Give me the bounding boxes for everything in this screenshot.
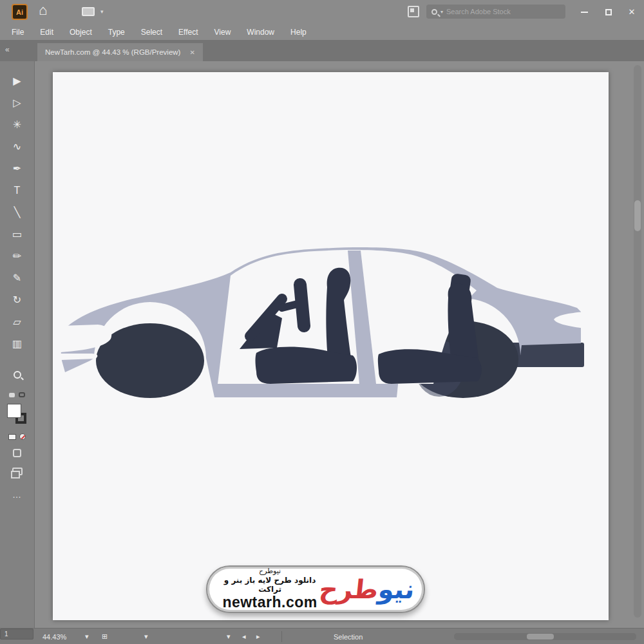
close-window-button[interactable]: ✕ bbox=[622, 0, 641, 24]
type-tool[interactable]: T bbox=[6, 180, 28, 202]
car-steering-hub bbox=[282, 304, 298, 308]
car-illustration bbox=[53, 72, 609, 620]
artboard-navigation-icon[interactable]: ⊞ bbox=[102, 629, 108, 644]
close-tab-icon[interactable]: ✕ bbox=[189, 49, 194, 56]
watermark-title: نیوطرح bbox=[220, 567, 319, 576]
menu-bar: File Edit Object Type Select Effect View… bbox=[0, 24, 644, 40]
magic-wand-tool[interactable]: ✳ bbox=[6, 114, 28, 136]
document-tab-bar: « NewTarh.com @ 44.43 % (RGB/Preview) ✕ bbox=[0, 40, 644, 61]
zoom-tool[interactable] bbox=[6, 366, 28, 383]
artboard-number-field[interactable]: 1 bbox=[0, 629, 33, 639]
newtarh-watermark: نیوطرح دانلود طرح لایه باز بنر و تراکت n… bbox=[206, 565, 425, 613]
car-front-wheel bbox=[96, 323, 204, 398]
arrange-documents-icon[interactable] bbox=[408, 6, 419, 17]
pencil-tool[interactable]: ✎ bbox=[6, 267, 28, 289]
workspace: ▶ ▷ ✳ ∿ ✒ T ╲ ▭ ✏ ✎ ↻ ▱ ▥ … bbox=[0, 61, 644, 628]
watermark-domain: newtarh.com bbox=[220, 594, 319, 611]
workspace-switcher-icon[interactable] bbox=[82, 7, 95, 16]
magnifier-icon bbox=[14, 371, 21, 379]
search-icon bbox=[431, 9, 437, 15]
menu-file[interactable]: File bbox=[12, 28, 24, 37]
line-segment-tool[interactable]: ╲ bbox=[6, 202, 28, 223]
screen-mode-button[interactable] bbox=[12, 468, 23, 475]
watermark-text-block: نیوطرح دانلود طرح لایه باز بنر و تراکت n… bbox=[220, 567, 319, 611]
artboard[interactable] bbox=[53, 72, 609, 620]
gradient-tool[interactable]: ▥ bbox=[6, 333, 28, 355]
title-bar: Ai ⌂ ▾ ▾ ✕ bbox=[0, 0, 644, 24]
artboard-field-caret-icon[interactable]: ▾ bbox=[227, 629, 231, 644]
menu-effect[interactable]: Effect bbox=[178, 28, 198, 37]
none-button[interactable] bbox=[19, 433, 26, 440]
rectangle-tool[interactable]: ▭ bbox=[6, 223, 28, 245]
tab-scroll-chevron-icon[interactable]: « bbox=[5, 45, 10, 54]
document-tab-label: NewTarh.com @ 44.43 % (RGB/Preview) bbox=[45, 48, 180, 56]
menu-view[interactable]: View bbox=[214, 28, 231, 37]
fill-stroke-swatches bbox=[6, 404, 29, 428]
vertical-scrollbar-thumb[interactable] bbox=[634, 200, 641, 231]
menu-select[interactable]: Select bbox=[141, 28, 162, 37]
paintbrush-tool[interactable]: ✏ bbox=[6, 245, 28, 267]
menu-window[interactable]: Window bbox=[247, 28, 274, 37]
selection-tool[interactable]: ▶ bbox=[6, 70, 28, 92]
home-icon[interactable]: ⌂ bbox=[39, 2, 47, 19]
search-caret-icon[interactable]: ▾ bbox=[440, 9, 443, 15]
menu-type[interactable]: Type bbox=[108, 28, 125, 37]
newtarh-logo: نیوطرح bbox=[318, 576, 416, 602]
edit-toolbar-ellipsis[interactable]: … bbox=[12, 489, 22, 500]
previous-artboard-button[interactable]: ◂ bbox=[242, 629, 246, 644]
color-button[interactable] bbox=[8, 434, 16, 440]
horizontal-scrollbar[interactable] bbox=[454, 633, 636, 640]
draw-mode-button[interactable] bbox=[13, 449, 21, 457]
next-artboard-button[interactable]: ▸ bbox=[256, 629, 260, 644]
horizontal-scrollbar-thumb[interactable] bbox=[527, 634, 554, 639]
pen-tool[interactable]: ✒ bbox=[6, 158, 28, 180]
fill-color-swatch[interactable] bbox=[7, 404, 21, 418]
status-indicator: Selection bbox=[334, 629, 363, 644]
scale-tool[interactable]: ▱ bbox=[6, 311, 28, 333]
search-input[interactable] bbox=[446, 8, 543, 15]
menu-edit[interactable]: Edit bbox=[40, 28, 53, 37]
rotate-tool[interactable]: ↻ bbox=[6, 289, 28, 311]
document-tab[interactable]: NewTarh.com @ 44.43 % (RGB/Preview) ✕ bbox=[37, 43, 203, 61]
artboard-navigation-caret-icon[interactable]: ▾ bbox=[144, 629, 148, 644]
maximize-button[interactable] bbox=[599, 0, 618, 24]
lasso-tool[interactable]: ∿ bbox=[6, 136, 28, 158]
direct-selection-tool[interactable]: ▷ bbox=[6, 92, 28, 114]
vertical-scrollbar[interactable] bbox=[634, 65, 641, 618]
illustrator-app-icon: Ai bbox=[12, 4, 28, 20]
watermark-subtitle: دانلود طرح لایه باز بنر و تراکت bbox=[220, 576, 319, 594]
status-bar: 44.43% ▾ ⊞ ▾ 1 ▾ ◂ ▸ Selection bbox=[0, 628, 644, 644]
color-mode-buttons bbox=[8, 433, 26, 440]
menu-object[interactable]: Object bbox=[70, 28, 92, 37]
tools-panel: ▶ ▷ ✳ ∿ ✒ T ╲ ▭ ✏ ✎ ↻ ▱ ▥ … bbox=[0, 61, 35, 628]
logo-red-part: طرح bbox=[318, 574, 380, 604]
logo-blue-part: نیو bbox=[377, 574, 416, 604]
menu-help[interactable]: Help bbox=[290, 28, 307, 37]
statusbar-divider bbox=[281, 631, 282, 642]
zoom-level[interactable]: 44.43% bbox=[43, 629, 66, 644]
workspace-caret-icon[interactable]: ▾ bbox=[100, 8, 104, 15]
zoom-dropdown-caret-icon[interactable]: ▾ bbox=[85, 629, 89, 644]
hand-rotate-view-tools[interactable] bbox=[9, 392, 25, 397]
canvas-pasteboard[interactable]: نیوطرح دانلود طرح لایه باز بنر و تراکت n… bbox=[35, 61, 644, 628]
car-steering-wheel bbox=[300, 285, 304, 326]
minimize-button[interactable] bbox=[574, 0, 594, 24]
search-box[interactable]: ▾ bbox=[426, 5, 565, 19]
